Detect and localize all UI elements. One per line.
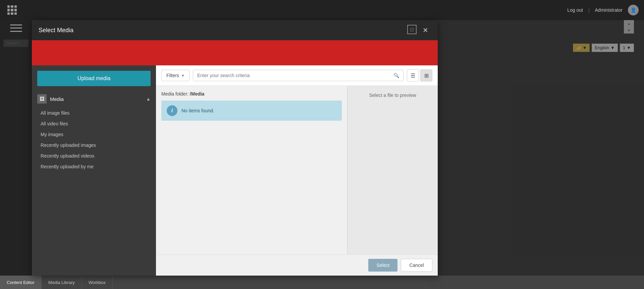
no-items-text: No items found. [181,108,214,113]
top-bar: Log out | Administrator 👤 [0,0,644,20]
filter-dropdown-icon: ▼ [181,74,184,77]
tab-workbox[interactable]: Workbox [82,276,113,289]
filter-label: Filters [166,73,179,78]
logout-link[interactable]: Log out [567,7,583,13]
media-section-header: 🖼 Media ▲ [37,92,151,106]
maximize-button[interactable]: □ [407,25,417,34]
cancel-button[interactable]: Cancel [401,259,432,272]
select-media-modal: Select Media □ ✕ Upload media 🖼 [32,20,438,276]
media-section-header-left: 🖼 Media [37,94,64,104]
media-nav-items: All image files All video files My image… [37,106,151,173]
media-section-title: Media [50,96,64,102]
folder-label: Media folder: [161,91,189,97]
search-icon-button[interactable]: 🔍 [389,70,403,81]
view-toggles: ☰ ⊞ [407,69,432,81]
filter-button[interactable]: Filters ▼ [161,70,190,81]
search-input-wrap: 🔍 [193,70,404,81]
modal-footer: Select Cancel [156,254,438,276]
info-icon: i [167,105,177,116]
media-section: 🖼 Media ▲ All image files All video file… [32,92,156,173]
select-button[interactable]: Select [368,259,397,272]
chevron-up-icon[interactable]: ▲ [146,96,151,102]
no-items-notice: i No items found. [161,101,342,121]
left-panel: Upload media 🖼 Media ▲ All image files [32,65,156,276]
nav-item-all-videos[interactable]: All video files [37,118,151,129]
folder-path-value: /Media [190,91,205,97]
nav-item-recent-videos[interactable]: Recently uploaded videos [37,151,151,161]
modal-header-controls: □ ✕ [407,25,431,36]
separator: | [588,7,590,13]
preview-text: Select a file to preview [369,93,416,98]
bottom-tab-bar: Content Editor Media Library Workbox [0,276,644,289]
modal-overlay: Select Media □ ✕ Upload media 🖼 [0,20,644,276]
content-area: Media folder: /Media i No items found. S… [156,86,438,254]
modal-title: Select Media [39,27,73,34]
app-grid-icon[interactable] [5,3,19,17]
nav-item-all-images[interactable]: All image files [37,108,151,118]
image-icon: 🖼 [40,96,44,102]
nav-item-recent-images[interactable]: Recently uploaded images [37,140,151,151]
folder-path: Media folder: /Media [161,91,342,97]
list-view-icon: ☰ [411,72,415,79]
tab-media-library[interactable]: Media Library [42,276,82,289]
list-view-button[interactable]: ☰ [407,69,419,81]
grid-view-button[interactable]: ⊞ [420,69,432,81]
search-input[interactable] [193,70,389,81]
modal-header: Select Media □ ✕ [32,20,438,40]
media-section-icon: 🖼 [37,94,47,104]
avatar: 👤 [628,5,639,15]
nav-item-recent-by-me[interactable]: Recently uploaded by me [37,161,151,172]
grid-view-icon: ⊞ [424,72,429,79]
close-button[interactable]: ✕ [420,25,431,36]
upload-media-button[interactable]: Upload media [37,71,151,86]
nav-item-my-images[interactable]: My images [37,129,151,140]
preview-panel: Select a file to preview [347,86,438,254]
admin-label: Administrator [595,7,623,13]
file-browser: Media folder: /Media i No items found. [156,86,347,254]
modal-body: Upload media 🖼 Media ▲ All image files [32,65,438,276]
red-banner [32,40,438,65]
tab-content-editor[interactable]: Content Editor [0,276,42,289]
top-bar-right: Log out | Administrator 👤 [567,5,639,15]
search-bar: Filters ▼ 🔍 ☰ ⊞ [156,65,438,86]
right-panel: Filters ▼ 🔍 ☰ ⊞ [156,65,438,276]
